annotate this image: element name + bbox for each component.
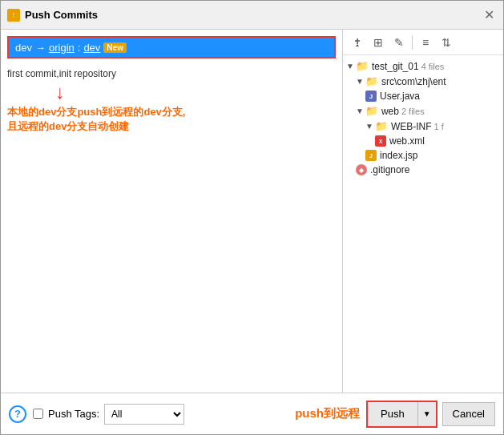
git-file-icon: ◆	[356, 164, 367, 175]
tree-web-folder[interactable]: ▼ 📁 web 2 files	[343, 103, 503, 119]
chevron-icon: ▼	[346, 62, 354, 70]
push-remote-label: push到远程	[295, 406, 360, 421]
tree-web-xml[interactable]: X web.xml	[343, 134, 503, 148]
commit-message: first commit,init repository	[7, 68, 116, 79]
right-panel: ⊞ ✎ ≡ ⇅ ▼ 📁 test_git_01 4 files ▼ 📁	[343, 30, 503, 393]
dialog-title: Push Commits	[25, 9, 481, 21]
branch-selector[interactable]: dev → origin : dev New	[7, 36, 336, 58]
webinf-folder-name: WEB-INF	[391, 121, 432, 132]
align-button[interactable]: ≡	[416, 33, 435, 52]
java-file-icon: J	[365, 91, 377, 102]
chevron-icon: ▼	[356, 107, 364, 115]
jsp-file-icon: J	[365, 150, 377, 161]
xml-file-icon: X	[375, 135, 386, 147]
tree-root[interactable]: ▼ 📁 test_git_01 4 files	[343, 58, 503, 74]
push-arrow: ↓	[55, 83, 336, 102]
folder-icon: 📁	[356, 60, 369, 72]
folder-icon: 📁	[365, 105, 378, 117]
commit-item: first commit,init repository	[7, 65, 336, 83]
src-folder-name: src\com\zhj\ent	[381, 76, 446, 87]
tree-index-jsp[interactable]: J index.jsp	[343, 148, 503, 163]
push-commits-dialog: ↑ Push Commits ✕ dev → origin : dev New …	[0, 0, 504, 435]
tree-webinf-folder[interactable]: ▼ 📁 WEB-INF 1 f	[343, 119, 503, 134]
pin-button[interactable]	[348, 33, 367, 52]
web-count: 2 files	[401, 107, 425, 116]
web-folder-name: web	[381, 106, 399, 117]
root-count: 4 files	[421, 62, 445, 71]
dialog-icon: ↑	[7, 9, 20, 22]
chevron-icon: ▼	[365, 122, 373, 131]
right-toolbar: ⊞ ✎ ≡ ⇅	[343, 30, 503, 55]
remote-name: origin	[49, 42, 75, 54]
left-panel: dev → origin : dev New first commit,init…	[1, 30, 343, 393]
cancel-button[interactable]: Cancel	[442, 402, 495, 426]
webinf-count: 1 f	[434, 122, 444, 131]
user-java-name: User.java	[380, 91, 420, 102]
bottom-bar: ? Push Tags: All push到远程 Push ▼ Cancel	[1, 393, 503, 434]
push-tags-checkbox[interactable]	[33, 409, 43, 419]
branch-arrow: →	[35, 42, 46, 54]
tags-select[interactable]: All	[104, 404, 184, 425]
push-tags-label: Push Tags:	[48, 408, 99, 420]
index-jsp-name: index.jsp	[380, 150, 417, 161]
tree-gitignore[interactable]: ◆ .gitignore	[343, 163, 503, 177]
branch-separator: :	[78, 42, 81, 54]
title-bar: ↑ Push Commits ✕	[1, 1, 503, 30]
tree-src-folder[interactable]: ▼ 📁 src\com\zhj\ent	[343, 74, 503, 89]
gitignore-name: .gitignore	[370, 164, 409, 175]
sort-button[interactable]: ⇅	[437, 33, 456, 52]
folder-icon: 📁	[375, 120, 388, 132]
tree-user-java[interactable]: J User.java	[343, 89, 503, 103]
push-button-group: Push ▼	[366, 401, 437, 428]
content-area: dev → origin : dev New first commit,init…	[1, 30, 503, 393]
web-xml-name: web.xml	[389, 135, 425, 147]
expand-button[interactable]: ⊞	[369, 33, 388, 52]
edit-button[interactable]: ✎	[389, 33, 409, 52]
file-tree: ▼ 📁 test_git_01 4 files ▼ 📁 src\com\zhj\…	[343, 55, 503, 393]
local-branch: dev	[15, 42, 32, 54]
svg-marker-2	[356, 44, 359, 46]
annotation-text: 本地的dev分支push到远程的dev分支, 且远程的dev分支自动创建	[7, 105, 336, 134]
help-button[interactable]: ?	[9, 405, 26, 423]
chevron-icon: ▼	[356, 77, 364, 86]
toolbar-separator	[412, 35, 413, 50]
root-name: test_git_01	[372, 61, 419, 72]
push-tags-section: Push Tags: All	[33, 404, 184, 425]
close-button[interactable]: ✕	[481, 7, 497, 23]
push-dropdown-button[interactable]: ▼	[417, 402, 436, 426]
new-badge: New	[103, 42, 127, 53]
remote-branch: dev	[83, 42, 100, 54]
folder-icon: 📁	[365, 75, 378, 87]
push-button[interactable]: Push	[368, 402, 417, 426]
